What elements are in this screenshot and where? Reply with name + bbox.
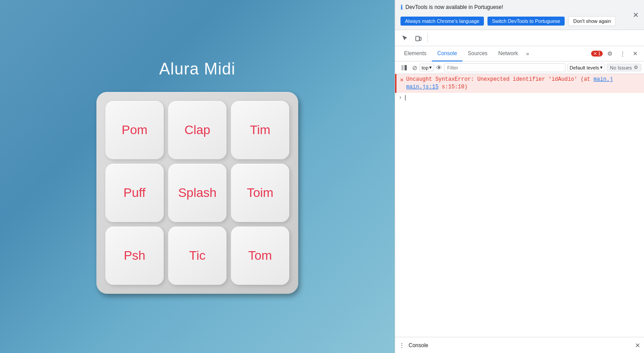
console-toolbar: ⊘ top ▾ 👁 Default levels ▾ No Issues ⚙ bbox=[395, 61, 644, 74]
notification-close-button[interactable]: ✕ bbox=[631, 10, 640, 20]
console-cursor[interactable]: | bbox=[404, 95, 407, 101]
close-devtools-icon[interactable]: ✕ bbox=[630, 48, 640, 59]
settings-icon[interactable]: ⚙ bbox=[605, 48, 615, 59]
devtools-notification-bar: ℹ DevTools is now available in Portugues… bbox=[395, 0, 644, 30]
drum-button-tom[interactable]: Tom bbox=[231, 227, 289, 285]
bottom-close-icon[interactable]: ✕ bbox=[635, 342, 640, 349]
notification-message: ℹ DevTools is now available in Portugues… bbox=[400, 4, 639, 11]
device-toolbar-icon[interactable] bbox=[412, 32, 425, 44]
inspect-element-icon[interactable] bbox=[399, 32, 411, 44]
chevron-right-icon: › bbox=[399, 95, 402, 101]
drum-button-toim[interactable]: Toim bbox=[231, 164, 289, 222]
svg-rect-2 bbox=[401, 65, 404, 70]
toolbar-separator bbox=[427, 34, 428, 43]
drum-button-splash[interactable]: Splash bbox=[168, 164, 226, 222]
context-selector[interactable]: top ▾ bbox=[419, 64, 434, 71]
app-title: Alura Midi bbox=[159, 60, 235, 78]
devtools-tabs: Elements Console Sources Network » ✕ 1 ⚙… bbox=[395, 46, 644, 61]
more-options-icon[interactable]: ⋮ bbox=[617, 48, 628, 59]
error-icon: ✕ bbox=[400, 76, 404, 83]
console-prompt: › | bbox=[395, 93, 644, 103]
drum-button-puff[interactable]: Puff bbox=[105, 164, 164, 222]
eye-icon[interactable]: 👁 bbox=[436, 64, 442, 71]
drum-button-clap[interactable]: Clap bbox=[168, 101, 226, 159]
tab-actions: ✕ 1 ⚙ ⋮ ✕ bbox=[591, 48, 640, 59]
switch-devtools-button[interactable]: Switch DevTools to Portuguese bbox=[487, 17, 565, 26]
devtools-bottom-bar: ⋮ Console ✕ bbox=[395, 337, 644, 353]
more-tabs-icon[interactable]: » bbox=[523, 51, 532, 57]
info-icon: ℹ bbox=[400, 4, 403, 11]
tab-sources[interactable]: Sources bbox=[462, 46, 493, 61]
bottom-menu-icon[interactable]: ⋮ bbox=[399, 342, 405, 349]
log-level-chevron-icon: ▾ bbox=[600, 65, 603, 70]
log-level-selector[interactable]: Default levels ▾ bbox=[567, 64, 605, 71]
error-file-link[interactable]: main.j bbox=[594, 76, 613, 83]
context-chevron-icon: ▾ bbox=[429, 65, 432, 70]
error-text: Uncaught SyntaxError: Unexpected identif… bbox=[406, 76, 640, 91]
drum-button-psh[interactable]: Psh bbox=[105, 227, 164, 285]
notification-text: DevTools is now available in Portuguese! bbox=[405, 4, 503, 10]
drum-button-tim[interactable]: Tim bbox=[231, 101, 289, 159]
drum-button-pom[interactable]: Pom bbox=[105, 101, 164, 159]
match-language-button[interactable]: Always match Chrome's language bbox=[400, 17, 484, 26]
error-x-icon: ✕ bbox=[593, 51, 597, 56]
svg-rect-3 bbox=[405, 65, 407, 70]
svg-rect-0 bbox=[416, 36, 419, 41]
error-line: ✕ Uncaught SyntaxError: Unexpected ident… bbox=[395, 74, 644, 93]
svg-rect-1 bbox=[419, 37, 421, 40]
filter-input[interactable] bbox=[444, 63, 566, 72]
tab-console[interactable]: Console bbox=[432, 46, 462, 61]
drum-button-tic[interactable]: Tic bbox=[168, 227, 226, 285]
tab-elements[interactable]: Elements bbox=[399, 46, 432, 61]
console-content: ✕ Uncaught SyntaxError: Unexpected ident… bbox=[395, 74, 644, 337]
sidebar-toggle-icon[interactable] bbox=[398, 61, 410, 74]
clear-console-icon[interactable]: ⊘ bbox=[412, 64, 418, 71]
error-count-badge: ✕ 1 bbox=[591, 51, 603, 57]
drum-pad: Pom Clap Tim Puff Splash Toim Psh Tic To… bbox=[96, 92, 298, 294]
console-bottom-label: Console bbox=[409, 342, 428, 349]
tab-network[interactable]: Network bbox=[493, 46, 523, 61]
error-detail: s:15:10) bbox=[442, 84, 468, 90]
error-location-link[interactable]: main.js:15 bbox=[406, 84, 439, 90]
app-area: Alura Midi Pom Clap Tim Puff Splash Toim… bbox=[0, 0, 395, 353]
notification-actions: Always match Chrome's language Switch De… bbox=[400, 16, 616, 26]
no-issues-badge: No Issues ⚙ bbox=[607, 64, 641, 71]
dont-show-again-button[interactable]: Don't show again bbox=[568, 16, 616, 26]
devtools-panel: ℹ DevTools is now available in Portugues… bbox=[395, 0, 644, 353]
devtools-toolbar bbox=[395, 30, 644, 46]
issues-settings-icon[interactable]: ⚙ bbox=[634, 65, 638, 70]
